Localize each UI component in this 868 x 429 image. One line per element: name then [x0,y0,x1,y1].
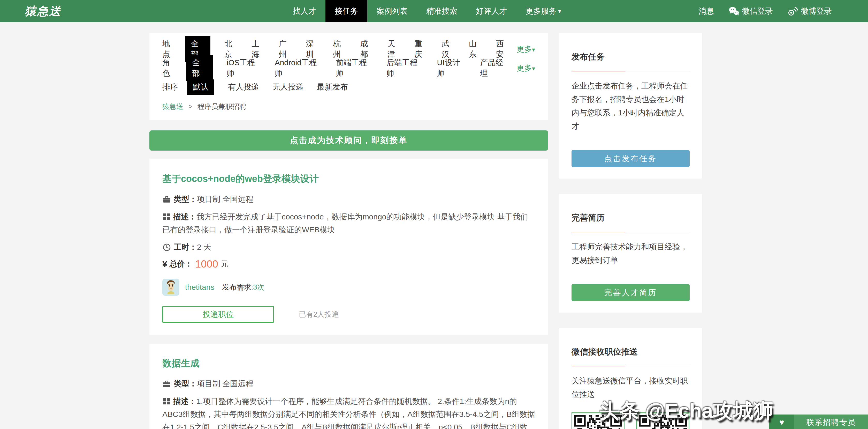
grid-icon [162,212,170,221]
nav-label: 案例列表 [377,6,408,17]
filter-option[interactable]: 深圳 [306,38,319,60]
contact-recruiter-bar[interactable]: ♥ 联系招聘专员 [769,414,868,429]
more-locations-link[interactable]: 更多▾ [517,44,535,55]
title-underline [571,232,690,232]
avatar-illustration [162,279,179,296]
filter-row-location: 地点 全部 北京 上海 广州 深圳 杭州 成都 天津 重庆 武汉 山东 西安 更… [162,41,535,57]
filter-panel: 地点 全部 北京 上海 广州 深圳 杭州 成都 天津 重庆 武汉 山东 西安 更… [149,33,548,120]
nav-label: 微博登录 [801,6,832,17]
nav-label: 精准搜索 [426,6,457,17]
content: 地点 全部 北京 上海 广州 深圳 杭州 成都 天津 重庆 武汉 山东 西安 更… [0,22,868,429]
publish-count-label: 发布需求: [222,283,253,291]
side-card-text: 工程师完善技术能力和项目经验，更易接到订单 [571,240,690,267]
desc-text: 1.项目整体为需要设计一个程序，能够生成满足符合条件的随机数据。 2.条件1:生… [162,397,535,429]
price-value: 1000 [195,258,218,270]
improve-resume-button[interactable]: 完善人才简历 [571,284,690,301]
type-value: 项目制 全国远程 [197,378,253,389]
nav-item-case-list[interactable]: 案例列表 [367,0,417,22]
task-description: 描述：我方已经开发完成了基于cocos+node，数据库为mongo的功能模块，… [162,210,535,236]
side-card-title: 微信接收职位推送 [571,346,690,358]
clock-icon [162,243,171,252]
nav-item-more-services[interactable]: 更多服务▾ [516,0,570,22]
nav-label: 消息 [699,6,714,17]
become-consultant-banner[interactable]: 点击成为技术顾问，即刻接单 [149,131,548,151]
briefcase-icon [162,195,171,204]
filter-row-role: 角色 全部 iOS工程师 Android工程师 前端工程师 后端工程师 UI设计… [162,60,535,76]
more-label: 更多 [517,45,532,53]
briefcase-icon [162,379,171,389]
publish-count: 发布需求:3次 [222,282,264,292]
filter-option[interactable]: 杭州 [333,38,347,60]
filter-chip-all-roles[interactable]: 全部 [186,55,213,81]
nav-item-top-talent[interactable]: 好评人才 [467,0,516,22]
desc-label: 描述： [173,397,196,405]
filter-option[interactable]: 成都 [360,38,374,60]
filter-option[interactable]: UI设计师 [437,57,467,79]
publisher-row: thetitans 发布需求:3次 [162,279,535,296]
side-card-text: 关注猿急送微信平台，接收实时职位推送 [571,374,690,401]
task-type-row: 类型： 项目制 全国远程 [162,378,535,389]
yen-icon: ¥ [162,259,167,269]
nav-right: 消息 微信登录 微博登录 [699,0,868,22]
filter-option[interactable]: 武汉 [442,38,456,60]
nav-label: 微信登录 [742,6,773,17]
filter-option[interactable]: 天津 [388,38,401,60]
task-card: 数据生成 类型： 项目制 全国远程 描述：1.项目整体为需要设计一个程序，能够生… [149,344,548,429]
publisher-name-link[interactable]: thetitans [185,283,214,292]
filter-option[interactable]: 上海 [251,38,265,60]
filter-option[interactable]: 重庆 [414,38,428,60]
filter-option[interactable]: 北京 [224,38,238,60]
title-underline [571,366,690,366]
sort-option[interactable]: 有人投递 [228,82,259,92]
breadcrumb-home-link[interactable]: 猿急送 [162,103,183,111]
weibo-login-button[interactable]: 微博登录 [787,6,832,17]
hours-label: 工时： [174,242,197,253]
publish-task-button[interactable]: 点击发布任务 [571,150,690,167]
nav-label: 接任务 [335,6,358,17]
filter-label: 地点 [162,38,176,60]
contact-recruiter-label: 联系招聘专员 [794,414,868,429]
breadcrumb-current: 程序员兼职招聘 [197,103,246,111]
title-underline [571,71,690,72]
filter-option[interactable]: Android工程师 [275,57,322,79]
more-label: 更多 [517,64,532,72]
nav-item-find-talent[interactable]: 找人才 [284,0,326,22]
wechat-login-button[interactable]: 微信登录 [728,6,773,17]
sort-option[interactable]: 最新发布 [317,82,348,92]
site-logo[interactable]: 猿急送 [25,0,61,22]
type-value: 项目制 全国远程 [197,194,253,205]
desc-text: 我方已经开发完成了基于cocos+node，数据库为mongo的功能模块，但是缺… [162,212,528,234]
filter-option[interactable]: 西安 [496,38,510,60]
filter-option[interactable]: 产品经理 [480,57,510,79]
nav-label: 找人才 [293,6,316,17]
sort-option[interactable]: 无人投递 [273,82,304,92]
nav-label: 好评人才 [476,6,507,17]
nav-item-precise-search[interactable]: 精准搜索 [417,0,467,22]
task-price-row: ¥ 总价： 1000 元 [162,258,535,270]
publish-count-value: 3次 [253,283,265,291]
more-roles-link[interactable]: 更多▾ [517,63,535,74]
task-title-link[interactable]: 基于cocos+node的web登录模块设计 [162,173,535,185]
top-navbar: 猿急送 找人才 接任务 案例列表 精准搜索 好评人才 更多服务▾ 消息 微信登录 [0,0,868,22]
nav-item-messages[interactable]: 消息 [699,6,714,17]
task-hours-row: 工时： 2 天 [162,242,535,253]
filter-option[interactable]: 前端工程师 [336,57,373,79]
filter-option[interactable]: iOS工程师 [227,57,261,79]
sidebar: 发布任务 企业点击发布任务，工程师会在任务下报名，招聘专员也会在1小时内与您联系… [559,33,702,429]
filter-option[interactable]: 山东 [469,38,483,60]
side-card-title: 发布任务 [571,51,690,63]
apply-row: 投递职位 已有2人投递 [162,306,535,323]
filter-option[interactable]: 后端工程师 [386,57,424,79]
side-card-title: 完善简历 [571,212,690,224]
apply-button[interactable]: 投递职位 [162,306,274,323]
chevron-down-icon: ▾ [532,65,535,72]
breadcrumb-separator: > [188,103,193,111]
type-label: 类型： [174,378,197,389]
publisher-avatar [162,279,179,296]
sort-chip-default[interactable]: 默认 [187,80,214,95]
filter-label: 角色 [162,57,177,79]
task-title-link[interactable]: 数据生成 [162,357,535,370]
task-type-row: 类型： 项目制 全国远程 [162,194,535,205]
filter-option[interactable]: 广州 [279,38,292,60]
nav-item-take-tasks[interactable]: 接任务 [326,0,367,22]
